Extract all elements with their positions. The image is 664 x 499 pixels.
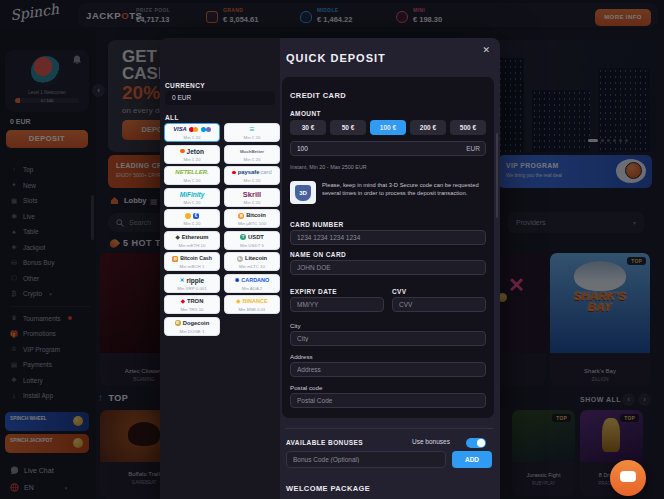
name-on-card-label: NAME ON CARD: [290, 251, 346, 258]
payment-methods-panel: CURRENCY 0 EUR ALL VISA Min € 20 ≡ Min €…: [160, 38, 280, 499]
muchbetter-logo: MuchBetter: [225, 147, 279, 156]
secure-notice: 3D Please, keep in mind that 3-D Secure …: [290, 181, 490, 204]
chat-icon: [620, 471, 636, 482]
spinch-casino-page: Spinch JACKPOTS PRIZE POOL €4,717.13 GRA…: [0, 0, 664, 499]
all-methods-label: ALL: [165, 114, 179, 121]
postal-code-label: Postal code: [290, 384, 322, 391]
credit-card-panel: CREDIT CARD AMOUNT 30 € 50 € 100 € 200 €…: [282, 77, 494, 418]
amount-chip-50[interactable]: 50 €: [330, 120, 366, 135]
payment-method-dogecoin[interactable]: ÐDogecoin Min DOGE 1: [164, 317, 220, 336]
use-bonuses-toggle[interactable]: [466, 438, 486, 448]
payment-method-skrill[interactable]: Skrill Min € 20: [224, 188, 280, 207]
amount-currency-suffix: EUR: [466, 145, 480, 152]
amount-chip-500[interactable]: 500 €: [450, 120, 486, 135]
live-chat-bubble[interactable]: [610, 460, 646, 496]
amount-chip-100-selected[interactable]: 100 €: [370, 120, 406, 135]
postal-code-input[interactable]: [290, 393, 486, 408]
payment-methods-grid: VISA Min € 20 ≡ Min € 20 Jeton Min € 20 …: [164, 123, 280, 336]
payment-method-muchbetter[interactable]: MuchBetter Min € 20: [224, 145, 280, 164]
payment-method-ripple[interactable]: ✕ripple Min XRP 0.001: [164, 274, 220, 293]
expiry-input[interactable]: [290, 297, 384, 312]
payment-method-cardano[interactable]: ❋CARDANO Min ADA 2: [224, 274, 280, 293]
expiry-label: EXPIRY DATE: [290, 288, 337, 295]
skrill-logo: Skrill: [225, 190, 279, 199]
payment-method-litecoin[interactable]: ŁLitecoin Min mLTC 10: [224, 252, 280, 271]
payment-method-mifinity[interactable]: MiFinity Min € 20: [164, 188, 220, 207]
currency-label: CURRENCY: [165, 82, 205, 89]
interac-logo: €: [165, 211, 219, 220]
welcome-package-heading: WELCOME PACKAGE: [286, 484, 370, 493]
tron-logo: ◆TRON: [165, 297, 219, 306]
neteller-logo: NETELLER.: [165, 168, 219, 177]
available-bonuses-label: AVAILABLE BONUSES: [286, 439, 363, 446]
ezeewallet-logo: ≡: [225, 125, 279, 134]
dogecoin-logo: ÐDogecoin: [165, 319, 219, 328]
mifinity-logo: MiFinity: [165, 190, 219, 199]
cvv-label: CVV: [392, 288, 407, 295]
address-input[interactable]: [290, 362, 486, 377]
quick-deposit-modal: CURRENCY 0 EUR ALL VISA Min € 20 ≡ Min €…: [160, 38, 500, 499]
add-bonus-button[interactable]: ADD: [452, 451, 492, 468]
payment-method-paysafecard[interactable]: paysafecard Min € 20: [224, 166, 280, 185]
jeton-logo: Jeton: [165, 147, 219, 156]
city-label: City: [290, 322, 301, 329]
3d-secure-icon: 3D: [290, 181, 316, 204]
currency-select[interactable]: 0 EUR: [165, 91, 275, 105]
card-number-input[interactable]: [290, 230, 486, 245]
payment-method-bitcoin[interactable]: ₿Bitcoin Min µBTC 100: [224, 209, 280, 228]
payment-method-neteller[interactable]: NETELLER. Min € 20: [164, 166, 220, 185]
litecoin-logo: ŁLitecoin: [225, 254, 279, 263]
section-divider: [286, 428, 494, 429]
usdt-logo: TUSDT: [225, 233, 279, 242]
amount-chip-30[interactable]: 30 €: [290, 120, 326, 135]
ethereum-logo: ◆Ethereum: [165, 233, 219, 242]
amount-input[interactable]: [290, 141, 486, 156]
close-icon[interactable]: ✕: [482, 45, 490, 55]
payment-method-ezeewallet[interactable]: ≡ Min € 20: [224, 123, 280, 142]
name-on-card-input[interactable]: [290, 260, 486, 275]
paysafecard-logo: paysafecard: [225, 168, 279, 177]
cvv-input[interactable]: [392, 297, 486, 312]
payment-method-tron[interactable]: ◆TRON Min TRX 10: [164, 295, 220, 314]
visa-mastercard-logo: VISA: [165, 125, 219, 134]
payment-method-visa-mastercard[interactable]: VISA Min € 20: [164, 123, 220, 142]
bitcoin-cash-logo: ₿Bitcoin Cash: [165, 254, 219, 263]
cardano-logo: ❋CARDANO: [225, 276, 279, 285]
modal-scrollbar[interactable]: [496, 133, 498, 218]
payment-method-jeton[interactable]: Jeton Min € 20: [164, 145, 220, 164]
amount-label: AMOUNT: [290, 110, 321, 117]
city-input[interactable]: [290, 331, 486, 346]
limits-hint: Instant, Min 20 - Max 2500 EUR: [290, 164, 367, 170]
address-label: Address: [290, 353, 313, 360]
binance-logo: ◆BINANCE: [225, 297, 279, 306]
bonus-code-input[interactable]: [286, 451, 446, 468]
amount-presets: 30 € 50 € 100 € 200 € 500 €: [290, 120, 486, 135]
payment-method-binance[interactable]: ◆BINANCE Min BNB 0.01: [224, 295, 280, 314]
payment-method-usdt[interactable]: TUSDT Min USDT 5: [224, 231, 280, 250]
amount-chip-200[interactable]: 200 €: [410, 120, 446, 135]
payment-method-interac[interactable]: € Min € 20: [164, 209, 220, 228]
bitcoin-logo: ₿Bitcoin: [225, 211, 279, 220]
credit-card-heading: CREDIT CARD: [290, 91, 346, 100]
payment-method-bitcoin-cash[interactable]: ₿Bitcoin Cash Min mBCH 1: [164, 252, 220, 271]
payment-method-ethereum[interactable]: ◆Ethereum Min mETH 10: [164, 231, 220, 250]
card-number-label: CARD NUMBER: [290, 221, 344, 228]
modal-title: QUICK DEPOSIT: [286, 52, 386, 64]
ripple-logo: ✕ripple: [165, 276, 219, 285]
use-bonuses-label: Use bonuses: [412, 438, 450, 445]
